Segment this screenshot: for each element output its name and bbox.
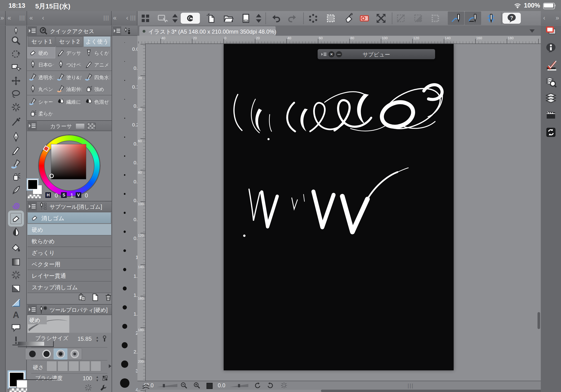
- open-file-button[interactable]: [223, 13, 234, 24]
- copy-subtool-icon[interactable]: [77, 293, 86, 302]
- fill-settings-button[interactable]: [343, 13, 354, 24]
- qa-item[interactable]: 強め: [83, 83, 111, 95]
- hardness-option-4[interactable]: [91, 361, 101, 371]
- qa-item[interactable]: 油彩伸ば: [55, 83, 83, 95]
- hardness-option-3[interactable]: [80, 361, 90, 371]
- page-switch-button[interactable]: [253, 13, 264, 24]
- snap-to-special-ruler-button[interactable]: [467, 13, 478, 24]
- delete-subtool-icon[interactable]: [104, 293, 113, 302]
- anti-aliasing-option-1[interactable]: [40, 348, 53, 359]
- qa-tab-2[interactable]: よく使う: [83, 36, 111, 47]
- decoration-tool[interactable]: [11, 185, 21, 195]
- brush-size-2[interactable]: 2: [112, 319, 137, 338]
- hardness-option-2[interactable]: [69, 361, 79, 371]
- panel-menu-icon[interactable]: [113, 26, 121, 35]
- right-dock-header[interactable]: ‹»: [541, 11, 561, 25]
- rotate-view-tool[interactable]: [11, 49, 21, 59]
- palette-header-2[interactable]: «‹|||: [112, 11, 137, 25]
- qa-item[interactable]: 硬め: [27, 47, 55, 58]
- sidebar-page-manager-button[interactable]: [545, 25, 557, 37]
- sub-tool-group-eraser[interactable]: 消しゴム: [27, 212, 111, 224]
- qa-item[interactable]: シャープ: [27, 96, 55, 107]
- vertical-scrollbar[interactable]: [538, 312, 540, 329]
- hsv-V-value[interactable]: 0: [85, 192, 88, 199]
- fit-screen-icon[interactable]: [206, 383, 213, 389]
- brush-size-0.2[interactable]: 0.2: [112, 92, 137, 111]
- qa-item[interactable]: 塗り&た: [55, 71, 83, 83]
- eraser-tool[interactable]: [11, 213, 21, 224]
- transform-button[interactable]: [376, 13, 387, 24]
- brush-size-0.3[interactable]: 0.3: [112, 130, 137, 149]
- brush-size-0.25[interactable]: 0.25: [112, 111, 137, 130]
- touch-gesture-button[interactable]: [157, 13, 168, 24]
- anti-aliasing-option-2[interactable]: [54, 348, 67, 359]
- brush-size-stepper[interactable]: ▲▼: [95, 336, 100, 343]
- brush-size-1[interactable]: 1: [112, 244, 137, 262]
- density-slider[interactable]: [18, 379, 57, 380]
- zoom-tool[interactable]: [11, 35, 21, 46]
- qa-item[interactable]: 日本Gペ: [27, 59, 55, 70]
- fill-tool[interactable]: [11, 242, 21, 253]
- density-value[interactable]: 100: [83, 375, 92, 382]
- snap-to-grid-button[interactable]: [485, 13, 496, 24]
- balloon-tool[interactable]: [11, 323, 21, 333]
- redo-button[interactable]: [287, 13, 298, 24]
- screen-record-button[interactable]: [359, 13, 370, 24]
- pen-tool[interactable]: [11, 132, 21, 142]
- qa-tab-1[interactable]: セット2: [56, 36, 83, 47]
- qa-item[interactable]: デッサン: [55, 47, 83, 58]
- density-stepper[interactable]: ▲▼: [95, 375, 100, 382]
- hardness-option-1[interactable]: [58, 361, 68, 371]
- sidebar-information-button[interactable]: [545, 42, 557, 54]
- hsv-S-value[interactable]: 1: [70, 192, 73, 199]
- reset-settings-icon[interactable]: [84, 383, 93, 392]
- text-tool[interactable]: A: [11, 310, 21, 320]
- sidebar-sync-button[interactable]: [545, 126, 557, 138]
- subtool-item-3[interactable]: ベクター用: [27, 259, 111, 270]
- tool-settings-icon[interactable]: [99, 383, 108, 392]
- workspace-grid-button[interactable]: [140, 13, 151, 24]
- help-button[interactable]: ?: [503, 13, 521, 24]
- undo-button[interactable]: [270, 13, 281, 24]
- brush-size-0.7[interactable]: 0.7: [112, 206, 137, 225]
- airbrush-tool[interactable]: [11, 172, 21, 182]
- zoom-out-icon[interactable]: [180, 382, 188, 389]
- invert-selection-button[interactable]: [413, 13, 424, 24]
- density-indicate-icon[interactable]: [102, 375, 108, 381]
- brush-size-value[interactable]: 15.85: [77, 336, 92, 342]
- dock-expand-left[interactable]: »: [0, 11, 6, 25]
- anti-aliasing-option-3[interactable]: [68, 348, 82, 359]
- brush-size-0.4[interactable]: 0.4: [112, 149, 137, 168]
- qa-item[interactable]: 繊維にじ: [55, 96, 83, 107]
- qa-item[interactable]: 柔らか: [27, 108, 55, 119]
- new-file-button[interactable]: [205, 13, 216, 24]
- object-tool[interactable]: [11, 62, 21, 73]
- zoom-in-icon[interactable]: [193, 382, 201, 389]
- halftone-tool[interactable]: [11, 283, 21, 294]
- new-subtool-icon[interactable]: [91, 293, 100, 302]
- brush-tool[interactable]: [11, 159, 21, 169]
- reset-view-icon[interactable]: [280, 382, 288, 389]
- horizontal-scrollbar[interactable]: [321, 390, 544, 392]
- snap-to-ruler-button[interactable]: [451, 13, 461, 24]
- palette-header-1[interactable]: «‹|||: [27, 11, 112, 25]
- brush-size-0.1[interactable]: 0.1: [112, 54, 137, 73]
- rotate-cw-icon[interactable]: [266, 382, 274, 389]
- color-slider-tab-icon[interactable]: [76, 123, 84, 129]
- brush-size-1.2[interactable]: 1.2: [112, 262, 137, 281]
- qa-item[interactable]: 四角水彩: [83, 71, 111, 83]
- sidebar-layer-property-button[interactable]: [545, 59, 557, 71]
- anti-aliasing-option-0[interactable]: [25, 348, 39, 359]
- modifier-keys-button[interactable]: [308, 13, 319, 24]
- brush-size-4[interactable]: 4: [112, 376, 137, 392]
- brush-size-3[interactable]: 3: [112, 357, 137, 376]
- toolstrip-header[interactable]: «|||: [6, 11, 27, 25]
- zoom-slider[interactable]: [157, 384, 177, 387]
- save-file-button[interactable]: [240, 13, 251, 24]
- sv-cursor[interactable]: [49, 174, 54, 178]
- effect-tool[interactable]: [11, 270, 21, 280]
- brush-size-0.6[interactable]: 0.6: [112, 187, 137, 206]
- subtool-item-2[interactable]: ざっくり: [27, 247, 111, 259]
- clip-studio-home-button[interactable]: [181, 13, 200, 24]
- brush-size-0.5[interactable]: 0.5: [112, 168, 137, 187]
